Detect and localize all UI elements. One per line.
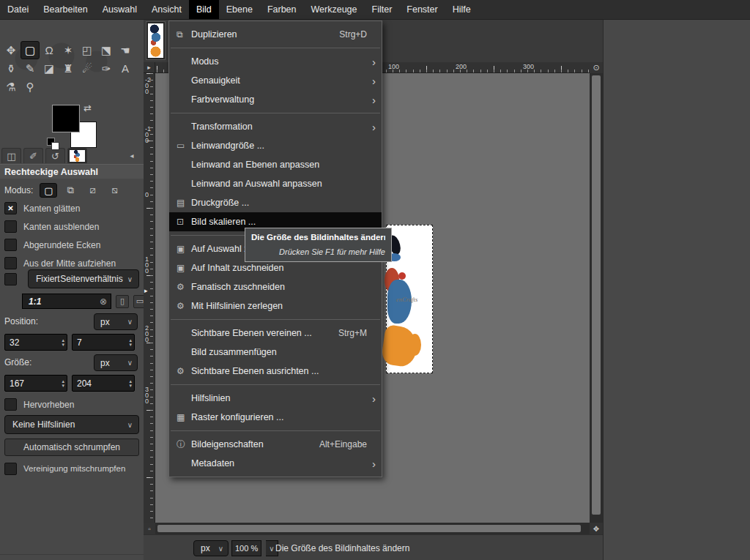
menu-item-bild-zusammenfuegen[interactable]: Bild zusammenfügen <box>169 343 382 362</box>
selection-mode-add-icon[interactable]: ⧉ <box>62 183 79 198</box>
checkbox-abgerundete-ecken[interactable]: ✕ Abgerundete Ecken <box>4 236 139 254</box>
position-x-field[interactable]: 32 ▴▾ <box>4 334 67 351</box>
color-picker-tool-icon[interactable]: ⚗ <box>1 78 21 96</box>
size-height-field[interactable]: 204 ▴▾ <box>72 375 135 392</box>
menu-farben[interactable]: Farben <box>260 0 304 19</box>
menu-hilfe[interactable]: Hilfe <box>445 0 478 19</box>
swap-colors-icon[interactable]: ⇄ <box>83 102 92 113</box>
default-colors-icon[interactable] <box>47 138 59 149</box>
menu-item-hilfslinien[interactable]: Hilfslinien › <box>169 389 382 408</box>
guides-dropdown[interactable]: Keine Hilfslinien ∨ <box>4 415 139 434</box>
submenu-arrow-icon: › <box>367 56 376 67</box>
checkbox-hervorheben[interactable]: Hervorheben <box>4 395 74 414</box>
menu-item-fanatisch-zuschneiden[interactable]: ⚙ Fanatisch zuschneiden <box>169 277 382 296</box>
ink-tool-icon[interactable]: ✑ <box>97 59 116 78</box>
menu-datei[interactable]: Datei <box>0 0 36 19</box>
menu-shortcut: Alt+Eingabe <box>319 439 367 449</box>
menu-bearbeiten[interactable]: Bearbeiten <box>36 0 94 19</box>
unified-transform-tool-icon[interactable]: ⬔ <box>97 41 116 59</box>
fuzzy-select-tool-icon[interactable]: ✶ <box>59 41 78 59</box>
portrait-orientation-button[interactable]: ▯ <box>116 295 129 308</box>
aspect-ratio-input[interactable]: 1:1 ⊗ <box>22 294 111 309</box>
tooltip-title: Die Größe des Bildinhaltes ändern <box>251 233 385 242</box>
menu-item-leinwand-an-ebenen[interactable]: Leinwand an Ebenen anpassen <box>169 155 382 174</box>
ruler-corner-button[interactable]: ▸ <box>144 62 155 73</box>
clone-tool-icon[interactable]: ♜ <box>59 59 78 78</box>
selection-mode-subtract-icon[interactable]: ⧄ <box>83 183 101 198</box>
menu-item-genauigkeit[interactable]: Genauigkeit › <box>169 71 382 90</box>
menu-item-raster-konfigurieren[interactable]: ▦ Raster konfigurieren ... <box>169 408 382 427</box>
checkbox-shrink-merged[interactable]: Vereinigung mitschrumpfen <box>4 460 125 477</box>
spinner-arrows[interactable]: ▴▾ <box>129 379 134 388</box>
canvas-image-selection[interactable]: enCrafts <box>386 225 433 373</box>
menu-werkzeuge[interactable]: Werkzeuge <box>304 0 365 19</box>
horizontal-scrollbar[interactable] <box>155 523 590 534</box>
menu-item-icon: ▤ <box>177 198 191 208</box>
menu-item-farbverwaltung[interactable]: Farbverwaltung › <box>169 90 382 109</box>
menu-auswahl[interactable]: Auswahl <box>95 0 144 19</box>
position-unit-dropdown[interactable]: px ∨ <box>94 313 138 330</box>
crop-tool-icon[interactable]: ◰ <box>78 41 97 59</box>
tab-undo-history[interactable]: ↺ <box>45 148 65 163</box>
menu-item-ebenen-vereinen[interactable]: Sichtbare Ebenen vereinen ... Strg+M <box>169 324 382 343</box>
checkbox-kanten-ausblenden[interactable]: ✕ Kanten ausblenden <box>4 217 139 236</box>
smudge-tool-icon[interactable]: ☄ <box>78 59 97 78</box>
collapse-dock-icon[interactable]: ◂ <box>126 149 138 161</box>
selection-mode-row: Modus: ▢ ⧉ ⧄ ⧅ <box>4 182 123 198</box>
menu-item-icon: ▣ <box>177 244 191 254</box>
eraser-tool-icon[interactable]: ◪ <box>40 59 59 78</box>
fixed-checkbox[interactable] <box>4 273 17 285</box>
paintbrush-tool-icon[interactable]: ✎ <box>21 59 40 78</box>
menu-bild[interactable]: Bild <box>189 0 219 19</box>
checkbox-kanten-glaetten[interactable]: ✕ Kanten glätten <box>4 199 139 217</box>
menu-filter[interactable]: Filter <box>365 0 400 19</box>
tool-options-footer: ↧ ↺ ⊠ ↻ <box>0 557 144 560</box>
menu-item-transformation[interactable]: Transformation › <box>169 117 382 136</box>
clear-icon[interactable]: ⊗ <box>100 296 107 307</box>
size-unit-dropdown[interactable]: px ∨ <box>94 354 138 371</box>
statusbar-unit-dropdown[interactable]: px ∨ <box>193 540 229 556</box>
rectangle-select-tool-icon[interactable]: ▢ <box>21 41 40 59</box>
menu-item-modus[interactable]: Modus › <box>169 52 382 71</box>
menu-ansicht[interactable]: Ansicht <box>144 0 189 19</box>
tab-tool-options[interactable]: ◫ <box>1 148 21 163</box>
menu-item-bildeigenschaften[interactable]: ⓘ Bildeigenschaften Alt+Eingabe <box>169 435 382 454</box>
text-tool-icon[interactable]: A <box>116 59 135 78</box>
selection-mode-replace-icon[interactable]: ▢ <box>40 183 57 198</box>
menu-item-duplizieren[interactable]: ⧉ Duplizieren Strg+D <box>169 25 382 44</box>
navigation-button[interactable]: ✥ <box>590 523 603 534</box>
selection-mode-intersect-icon[interactable]: ⧅ <box>105 183 123 198</box>
foreground-color-swatch[interactable] <box>53 105 79 132</box>
scrollbar-thumb[interactable] <box>157 525 581 532</box>
menu-item-ebenen-ausrichten[interactable]: ⚙ Sichtbare Ebenen ausrichten ... <box>169 362 382 381</box>
image-tab[interactable] <box>146 21 166 60</box>
menu-item-metadaten[interactable]: Metadaten › <box>169 454 382 473</box>
menu-item-mit-hilfslinien-zerlegen[interactable]: ⚙ Mit Hilfslinien zerlegen <box>169 296 382 316</box>
menu-item-druckgroesse[interactable]: ▤ Druckgröße ... <box>169 193 382 212</box>
spinner-arrows[interactable]: ▴▾ <box>62 379 67 388</box>
menu-item-leinwandgroesse[interactable]: ▭ Leinwandgröße ... <box>169 136 382 155</box>
scrollbar-thumb[interactable] <box>592 75 601 515</box>
menu-item-leinwand-an-auswahl[interactable]: Leinwand an Auswahl anpassen <box>169 174 382 193</box>
tab-image-thumbnail[interactable] <box>67 148 87 163</box>
bucket-fill-tool-icon[interactable]: ⚱ <box>1 59 21 78</box>
fixed-aspect-dropdown[interactable]: Fixiert Seitenverhältnis ∨ <box>28 269 139 288</box>
menu-ebene[interactable]: Ebene <box>219 0 260 19</box>
position-y-field[interactable]: 7 ▴▾ <box>72 334 135 351</box>
zoom-follow-window-button[interactable]: ⊙ <box>590 62 603 73</box>
statusbar-zoom-control[interactable]: 100 % ∨ <box>231 540 278 556</box>
zoom-tool-icon[interactable]: ⚲ <box>21 78 40 96</box>
quick-mask-toggle[interactable]: ▫ <box>144 523 155 534</box>
tab-device-status[interactable]: ✐ <box>23 148 43 163</box>
chevron-down-icon: ∨ <box>127 318 133 326</box>
spinner-arrows[interactable]: ▴▾ <box>62 338 67 347</box>
menu-fenster[interactable]: Fenster <box>399 0 445 19</box>
left-dock: ✥ ▢ Ω ✶ ◰ ⬔ ☚ <box>0 19 144 560</box>
spinner-arrows[interactable]: ▴▾ <box>129 338 134 347</box>
vertical-scrollbar[interactable] <box>590 73 603 523</box>
size-width-field[interactable]: 167 ▴▾ <box>4 375 67 392</box>
auto-shrink-button[interactable]: Automatisch schrumpfen <box>4 438 139 456</box>
handle-transform-tool-icon[interactable]: ☚ <box>116 41 135 59</box>
move-tool-icon[interactable]: ✥ <box>1 41 21 59</box>
free-select-tool-icon[interactable]: Ω <box>40 41 59 59</box>
